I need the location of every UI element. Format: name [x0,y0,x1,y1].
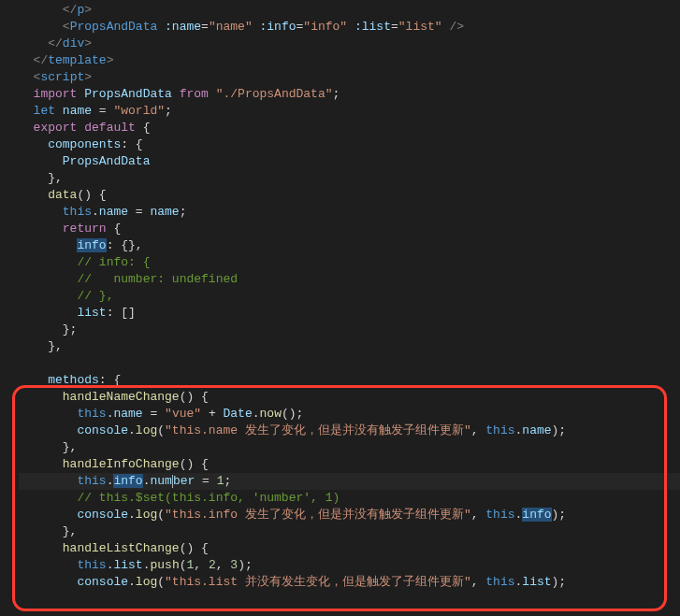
code-token: }, [48,171,63,185]
code-line[interactable]: // this.$set(this.info, 'number', 1) [19,490,680,507]
code-token: ; [333,87,340,101]
code-token: // info: { [77,255,150,269]
code-token: ; [224,474,232,488]
code-line[interactable]: // info: { [19,254,680,271]
code-line[interactable]: data() { [19,187,680,204]
code-token: "this.name 发生了变化，但是并没有触发子组件更新" [165,423,471,437]
code-token: () { [180,541,209,555]
code-line[interactable]: import PropsAndData from "./PropsAndData… [19,86,680,103]
code-line[interactable]: </p> [19,2,680,19]
code-token: // }, [77,289,113,303]
code-token: this [485,423,514,437]
code-token: "info" [303,20,347,34]
code-token: () { [180,390,209,404]
code-token: this [485,508,514,522]
code-line[interactable]: let name = "world"; [19,103,680,120]
code-line[interactable]: }, [19,439,680,456]
code-token: 2 [209,558,216,572]
code-token: ; [165,104,172,118]
code-token: . [253,407,260,421]
code-token: . [92,205,99,219]
code-token: : {}, [107,238,143,252]
code-token: import [34,87,78,101]
code-token: methods [48,373,99,387]
code-token [253,20,260,34]
code-token [209,87,216,101]
code-token: div [63,36,84,50]
code-line[interactable]: handleNameChange() { [19,389,680,406]
code-token: name [63,104,92,118]
code-token: this [77,558,106,572]
code-line[interactable]: }; [19,322,680,338]
code-line[interactable]: console.log("this.name 发生了变化，但是并没有触发子组件更… [19,423,680,439]
code-token: list [113,558,142,572]
code-token: () { [77,188,106,202]
code-token: , [194,558,209,572]
code-token: export [34,121,78,135]
code-line[interactable]: handleInfoChange() { [19,456,680,473]
code-line[interactable]: this.info.number = 1; [19,473,680,490]
code-line[interactable]: }, [19,523,680,540]
code-token: info [522,508,551,522]
code-token: info [113,474,142,488]
code-line[interactable]: <PropsAndData :name="name" :info="info" … [19,19,680,36]
code-line[interactable]: list: [] [19,305,680,322]
code-token: push [150,558,179,572]
code-token [157,20,165,34]
code-token: ( [157,508,165,522]
code-line[interactable]: export default { [19,120,680,136]
code-line[interactable]: return { [19,221,680,237]
code-line[interactable]: </template> [19,52,680,69]
code-line[interactable]: // }, [19,288,680,305]
code-token: ); [238,558,253,572]
code-token [55,104,63,118]
code-token: info [77,238,106,252]
code-token: > [84,3,92,17]
code-line[interactable]: methods: { [19,372,680,389]
code-line[interactable]: this.name = "vue" + Date.now(); [19,406,680,423]
code-line[interactable]: PropsAndData [19,153,680,170]
code-line[interactable]: handleListChange() { [19,540,680,557]
code-token: }, [63,440,78,454]
code-token: "this.info 发生了变化，但是并没有触发子组件更新" [165,508,471,522]
code-token: log [136,423,157,437]
code-editor[interactable]: </p> <PropsAndData :name="name" :info="i… [0,0,680,593]
code-line[interactable] [19,355,680,372]
code-line[interactable]: console.log("this.list 并没有发生变化，但是触发了子组件更… [19,574,680,591]
code-line[interactable]: console.log("this.info 发生了变化，但是并没有触发子组件更… [19,507,680,523]
code-token: }, [63,524,78,538]
code-token: . [128,508,136,522]
code-token: handleListChange [63,541,180,555]
code-line[interactable]: components: { [19,136,680,153]
code-token: this [77,474,106,488]
code-token: console [77,575,128,589]
code-token: + [201,407,223,421]
code-token: list [77,306,106,320]
code-line[interactable]: }, [19,338,680,355]
code-token: ( [157,575,165,589]
code-line[interactable]: }, [19,170,680,187]
code-line[interactable]: this.name = name; [19,204,680,221]
code-token: = [92,104,113,118]
code-token: "vue" [165,407,201,421]
code-token: Date [224,407,253,421]
code-token: this [485,575,514,589]
code-token: 3 [230,558,238,572]
code-token: ( [157,423,165,437]
code-token: PropsAndData [70,20,158,34]
code-token: , [471,575,486,589]
code-token: = [201,20,209,34]
code-line[interactable]: </div> [19,36,680,52]
code-token: name [99,205,128,219]
code-token: ); [552,508,567,522]
code-token: = [391,20,398,34]
code-token: ( [180,558,187,572]
code-token: , [471,508,486,522]
code-line[interactable]: info: {}, [19,237,680,254]
code-line[interactable]: // number: undefined [19,271,680,288]
code-line[interactable]: <script> [19,69,680,86]
code-token: this [77,407,106,421]
code-line[interactable]: this.list.push(1, 2, 3); [19,557,680,574]
code-token: < [63,20,70,34]
code-token: script [40,70,84,84]
